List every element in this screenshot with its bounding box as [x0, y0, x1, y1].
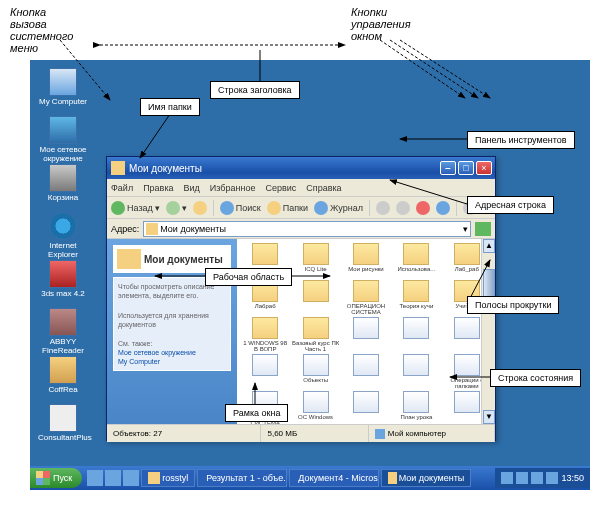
- menu-Правка[interactable]: Правка: [143, 183, 173, 193]
- document-icon: [303, 354, 329, 376]
- tool-delete[interactable]: [416, 201, 430, 215]
- callout-scrollbars: Полосы прокрутки: [467, 296, 559, 314]
- document-icon: [303, 391, 329, 413]
- taskbar-task[interactable]: Результат 1 - объе...: [197, 469, 287, 487]
- taskbar-task[interactable]: Мои документы: [381, 469, 471, 487]
- callout-title-row: Строка заголовка: [210, 81, 300, 99]
- status-size: 5,60 МБ: [261, 425, 368, 442]
- document-item[interactable]: [342, 317, 390, 352]
- document-icon: [353, 317, 379, 339]
- side-link-computer[interactable]: My Computer: [118, 357, 226, 366]
- side-hint: См. также:: [118, 339, 226, 348]
- tray-icon[interactable]: [531, 472, 543, 484]
- forward-button[interactable]: ▾: [166, 201, 187, 215]
- document-item[interactable]: [392, 317, 440, 352]
- folder-item[interactable]: Использова...: [392, 243, 440, 278]
- desktop-icon-net[interactable]: Мое сетевое окружение: [38, 116, 88, 164]
- folder-item[interactable]: ICQ Lite: [291, 243, 339, 278]
- go-button[interactable]: [475, 222, 491, 236]
- quicklaunch-icon[interactable]: [123, 470, 139, 486]
- tray-icon[interactable]: [546, 472, 558, 484]
- folder-item[interactable]: Теория кучи: [392, 280, 440, 315]
- clock: 13:50: [561, 473, 584, 483]
- desktop: My ComputerМое сетевое окружениеКорзинаI…: [30, 60, 590, 490]
- tool-undo[interactable]: [436, 201, 450, 215]
- ie-icon: [49, 212, 77, 240]
- max-icon: [49, 260, 77, 288]
- tray-icon[interactable]: [516, 472, 528, 484]
- folder-icon: [252, 243, 278, 265]
- vertical-scrollbar[interactable]: ▲ ▼: [481, 239, 495, 424]
- desktop-icon-max[interactable]: 3ds max 4.2: [38, 260, 88, 299]
- address-input[interactable]: Мои документы ▾: [143, 221, 471, 237]
- desktop-icon-coff[interactable]: CoffRea: [38, 356, 88, 395]
- folder-icon: [353, 243, 379, 265]
- side-panel: Мои документы Чтобы просмотреть описание…: [107, 239, 237, 424]
- system-menu-icon[interactable]: [111, 161, 125, 175]
- document-item[interactable]: Объекты: [291, 354, 339, 389]
- work-area[interactable]: ICQ LiteМои рисункиИспользова...Лаб_рабЛ…: [237, 239, 495, 424]
- desktop-icon-cons[interactable]: ConsultantPlus: [38, 404, 88, 443]
- address-label: Адрес:: [111, 224, 139, 234]
- menu-Справка[interactable]: Справка: [306, 183, 341, 193]
- document-item[interactable]: [342, 354, 390, 389]
- folder-item[interactable]: [291, 280, 339, 315]
- close-button[interactable]: ×: [476, 161, 492, 175]
- tool-move[interactable]: [376, 201, 390, 215]
- up-button[interactable]: [193, 201, 207, 215]
- search-button[interactable]: Поиск: [220, 201, 261, 215]
- folder-item[interactable]: ОПЕРАЦИОН СИСТЕМА: [342, 280, 390, 315]
- document-icon: [403, 354, 429, 376]
- document-item[interactable]: План урока: [392, 391, 440, 424]
- quicklaunch-icon[interactable]: [87, 470, 103, 486]
- callout-workarea: Рабочая область: [205, 268, 292, 286]
- window-title: Мои документы: [129, 163, 202, 174]
- tool-copy[interactable]: [396, 201, 410, 215]
- desktop-icon-fine[interactable]: ABBYY FineReader: [38, 308, 88, 356]
- windows-logo-icon: [36, 471, 50, 485]
- trash-icon: [49, 164, 77, 192]
- anno-window-controls: Кнопки управления окном: [351, 6, 411, 42]
- menu-Вид[interactable]: Вид: [184, 183, 200, 193]
- start-button[interactable]: Пуск: [30, 468, 82, 488]
- document-icon: [353, 391, 379, 413]
- taskbar-task[interactable]: Документ4 - Micros...: [289, 469, 379, 487]
- folder-icon: [303, 243, 329, 265]
- toolbar: Назад ▾ ▾ Поиск Папки Журнал ▾: [107, 197, 495, 219]
- desktop-icon-trash[interactable]: Корзина: [38, 164, 88, 203]
- desktop-icon-comp[interactable]: My Computer: [38, 68, 88, 107]
- window-my-documents: Мои документы ‒ □ × ФайлПравкаВидИзбранн…: [106, 156, 496, 441]
- titlebar[interactable]: Мои документы ‒ □ ×: [107, 157, 495, 179]
- callout-toolbar: Панель инструментов: [467, 131, 575, 149]
- taskbar-task[interactable]: rosstyl: [141, 469, 195, 487]
- document-item[interactable]: [392, 354, 440, 389]
- folders-button[interactable]: Папки: [267, 201, 308, 215]
- maximize-button[interactable]: □: [458, 161, 474, 175]
- side-link-network[interactable]: Мое сетевое окружение: [118, 348, 226, 357]
- document-item[interactable]: [241, 354, 289, 389]
- desktop-icon-ie[interactable]: Internet Explorer: [38, 212, 88, 260]
- document-icon: [454, 354, 480, 376]
- minimize-button[interactable]: ‒: [440, 161, 456, 175]
- cons-icon: [49, 404, 77, 432]
- document-item[interactable]: ОС Windows: [291, 391, 339, 424]
- history-button[interactable]: Журнал: [314, 201, 363, 215]
- status-objects: Объектов: 27: [107, 425, 261, 442]
- comp-icon: [49, 68, 77, 96]
- status-location: Мой компьютер: [369, 425, 495, 442]
- document-icon: [252, 354, 278, 376]
- document-icon: [353, 354, 379, 376]
- folder-item[interactable]: Мои рисунки: [342, 243, 390, 278]
- menu-Сервис[interactable]: Сервис: [265, 183, 296, 193]
- folder-item[interactable]: Базовый курс ПК Часть 1: [291, 317, 339, 352]
- side-hint: Используется для хранения документов: [118, 311, 226, 329]
- tray-icon[interactable]: [501, 472, 513, 484]
- back-button[interactable]: Назад ▾: [111, 201, 160, 215]
- folder-item[interactable]: 1 WINDOWS 98 В ВОПР: [241, 317, 289, 352]
- menu-Избранное[interactable]: Избранное: [210, 183, 256, 193]
- menu-Файл[interactable]: Файл: [111, 183, 133, 193]
- address-bar: Адрес: Мои документы ▾: [107, 219, 495, 239]
- folder-icon: [146, 223, 158, 235]
- document-item[interactable]: [342, 391, 390, 424]
- quicklaunch-icon[interactable]: [105, 470, 121, 486]
